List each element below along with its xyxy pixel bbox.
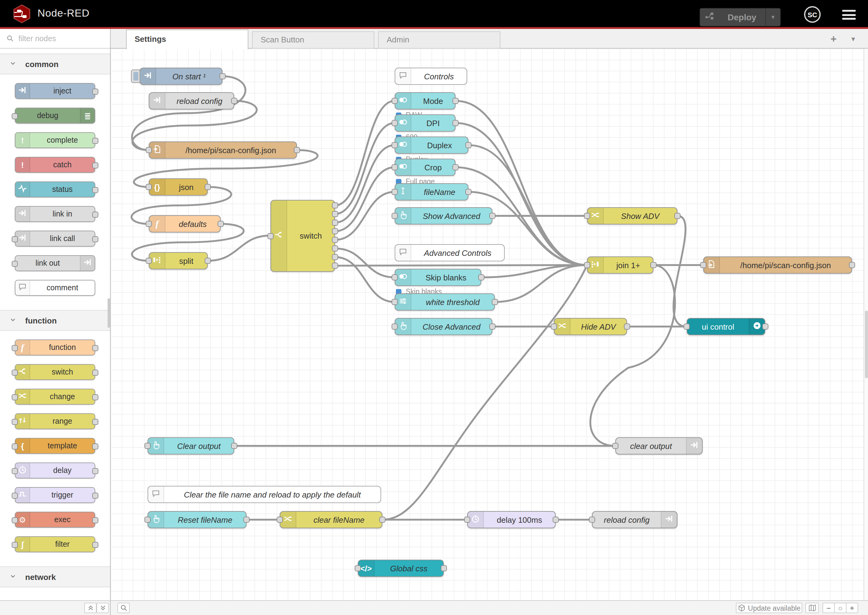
palette-node-comment[interactable]: comment xyxy=(15,280,95,296)
output-port[interactable] xyxy=(92,443,98,450)
output-port[interactable] xyxy=(762,323,768,329)
palette-node-inject[interactable]: inject xyxy=(15,83,95,99)
input-port[interactable] xyxy=(464,517,470,523)
output-port[interactable] xyxy=(452,98,458,104)
main-menu-button[interactable] xyxy=(842,10,856,20)
output-port[interactable] xyxy=(218,221,224,227)
input-port[interactable] xyxy=(146,221,152,227)
flow-node-mode[interactable]: Mode xyxy=(395,92,455,109)
palette-node-link-in[interactable]: link in xyxy=(15,206,95,222)
flow-node-switch[interactable]: switch xyxy=(271,200,335,272)
flow-node-globalcss[interactable]: </>Global css xyxy=(358,560,444,577)
zoom-out-button[interactable]: − xyxy=(823,603,835,613)
input-port[interactable] xyxy=(145,517,151,523)
output-port[interactable] xyxy=(92,138,98,144)
output-port-3[interactable] xyxy=(332,220,338,226)
wire[interactable] xyxy=(335,167,395,231)
output-port[interactable] xyxy=(92,468,98,474)
palette-scrollbar[interactable] xyxy=(108,298,110,328)
output-port-2[interactable] xyxy=(332,211,338,217)
palette-node-change[interactable]: change xyxy=(15,389,95,405)
input-port[interactable] xyxy=(589,517,595,523)
input-port[interactable] xyxy=(12,419,18,425)
output-port[interactable] xyxy=(205,258,211,264)
output-port-5[interactable] xyxy=(332,237,338,243)
deploy-options-caret[interactable]: ▼ xyxy=(765,8,780,27)
input-port[interactable] xyxy=(12,370,18,376)
input-port[interactable] xyxy=(267,233,274,239)
inject-button[interactable] xyxy=(131,70,140,83)
input-port[interactable] xyxy=(391,120,398,126)
input-port[interactable] xyxy=(391,323,398,329)
output-port[interactable] xyxy=(231,98,237,104)
flow-node-resetfn[interactable]: Reset fileName xyxy=(148,511,246,528)
canvas-vertical-scrollbar[interactable] xyxy=(864,48,868,600)
deploy-button[interactable]: Deploy ▼ xyxy=(700,8,781,27)
flow-node-delay100[interactable]: delay 100ms xyxy=(467,511,556,528)
flow-list-caret[interactable]: ▼ xyxy=(846,33,860,46)
output-port[interactable] xyxy=(92,517,98,523)
flow-node-c1[interactable]: Controls xyxy=(395,68,467,85)
palette-node-link-call[interactable]: link call xyxy=(15,231,95,247)
scrollbar-thumb[interactable] xyxy=(865,311,868,378)
palette-node-exec[interactable]: ⚙exec xyxy=(15,512,95,528)
output-port[interactable] xyxy=(674,213,681,219)
palette-expand-all-button[interactable] xyxy=(97,603,109,613)
wire[interactable] xyxy=(455,101,587,265)
input-port[interactable] xyxy=(146,258,152,264)
output-port[interactable] xyxy=(452,164,458,170)
flow-node-fileout[interactable]: /home/pi/scan-config.json xyxy=(703,256,852,274)
input-port[interactable] xyxy=(12,394,18,400)
palette-node-link-out[interactable]: link out xyxy=(15,255,95,271)
palette-category-function[interactable]: function xyxy=(0,310,110,331)
flow-node-clearfn[interactable]: clear fileName xyxy=(280,511,382,528)
canvas-search-button[interactable] xyxy=(117,603,130,613)
flow-node-duplex[interactable]: Duplex xyxy=(395,137,468,154)
flow-node-filename[interactable]: fileName xyxy=(395,183,468,200)
output-port[interactable] xyxy=(92,212,98,218)
palette-search[interactable]: filter nodes xyxy=(0,29,111,48)
flow-node-uicontrol[interactable]: ui control xyxy=(687,318,765,335)
flow-node-skipblanks[interactable]: Skip blanks xyxy=(395,269,482,286)
output-port[interactable] xyxy=(92,345,98,351)
output-port[interactable] xyxy=(624,323,630,329)
output-port[interactable] xyxy=(441,565,447,571)
input-port[interactable] xyxy=(146,184,152,190)
input-port[interactable] xyxy=(146,147,152,153)
palette-node-status[interactable]: status xyxy=(15,181,95,197)
flow-node-showadvanced[interactable]: Show Advanced xyxy=(395,207,492,225)
input-port[interactable] xyxy=(612,443,619,449)
input-port[interactable] xyxy=(391,164,398,170)
output-port[interactable] xyxy=(379,517,385,523)
wire[interactable] xyxy=(335,101,395,205)
output-port[interactable] xyxy=(92,394,98,400)
flow-node-onstart[interactable]: On start ¹ xyxy=(140,68,223,85)
flow-node-whitethreshold[interactable]: white threshold xyxy=(395,293,495,311)
flow-node-clearoutlink[interactable]: clear output xyxy=(616,437,703,454)
output-port[interactable] xyxy=(231,443,237,449)
flow-node-hideadv[interactable]: Hide ADV xyxy=(554,318,627,335)
output-port[interactable] xyxy=(492,299,498,305)
output-port[interactable] xyxy=(92,89,98,95)
input-port[interactable] xyxy=(145,443,151,449)
palette-node-debug[interactable]: debug≣ xyxy=(15,108,95,123)
palette-node-template[interactable]: {template xyxy=(15,438,95,454)
input-port[interactable] xyxy=(12,493,18,499)
output-port[interactable] xyxy=(294,147,300,153)
output-port[interactable] xyxy=(849,262,855,268)
output-port[interactable] xyxy=(650,262,656,268)
add-flow-button[interactable]: + xyxy=(826,33,842,46)
user-avatar[interactable]: SC xyxy=(804,6,821,23)
input-port[interactable] xyxy=(12,517,18,523)
flow-node-c3[interactable]: Clear the file name and reload to apply … xyxy=(148,486,381,503)
output-port[interactable] xyxy=(92,370,98,376)
input-port[interactable] xyxy=(12,468,18,474)
output-port[interactable] xyxy=(243,517,249,523)
output-port[interactable] xyxy=(205,184,211,190)
wire[interactable] xyxy=(335,265,587,266)
output-port-4[interactable] xyxy=(332,228,338,234)
input-port[interactable] xyxy=(391,274,398,281)
tab-scan-button[interactable]: Scan Button xyxy=(252,31,374,48)
input-port[interactable] xyxy=(355,565,361,571)
zoom-reset-button[interactable]: ○ xyxy=(834,603,846,613)
